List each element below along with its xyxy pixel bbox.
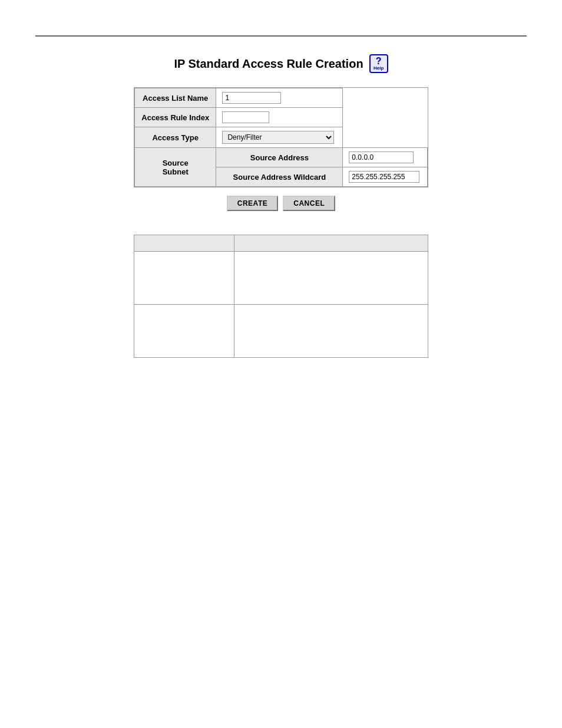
access-rule-index-input[interactable] — [222, 111, 269, 123]
form-table: Access List Name Access Rule Index Acces… — [134, 88, 428, 187]
form-container: Access List Name Access Rule Index Acces… — [134, 87, 428, 187]
create-button[interactable]: CREATE — [227, 196, 278, 211]
lower-table-container — [134, 235, 428, 358]
lower-table-row2-col2 — [234, 305, 428, 358]
page-title: IP Standard Access Rule Creation — [174, 57, 363, 71]
lower-table-col2-header — [234, 235, 428, 252]
help-icon-symbol: ? — [376, 57, 382, 66]
lower-table-row1-col1 — [134, 252, 234, 305]
source-address-wildcard-value-cell — [343, 167, 428, 187]
access-type-select[interactable]: Deny/Filter Permit/Accept — [222, 131, 334, 144]
access-rule-index-label: Access Rule Index — [135, 108, 216, 127]
content-area: IP Standard Access Rule Creation ? Help … — [0, 37, 562, 381]
source-address-label: Source Address — [216, 148, 343, 167]
cancel-button[interactable]: CANCEL — [283, 196, 335, 211]
source-subnet-label: SourceSubnet — [135, 148, 216, 187]
access-list-name-input[interactable] — [222, 92, 281, 104]
lower-table-row1-col2 — [234, 252, 428, 305]
access-type-value-cell: Deny/Filter Permit/Accept — [216, 127, 343, 148]
lower-table-row2-col1 — [134, 305, 234, 358]
help-icon-label: Help — [373, 66, 384, 71]
access-list-name-row: Access List Name — [135, 88, 428, 108]
page-wrapper: IP Standard Access Rule Creation ? Help … — [0, 35, 562, 728]
button-row: CREATE CANCEL — [35, 196, 527, 211]
title-row: IP Standard Access Rule Creation ? Help — [35, 54, 527, 73]
source-address-input[interactable] — [349, 151, 414, 163]
lower-table-row-2 — [134, 305, 428, 358]
source-address-wildcard-input[interactable] — [349, 171, 419, 183]
lower-table-col1-header — [134, 235, 234, 252]
lower-table-header-row — [134, 235, 428, 252]
lower-table — [134, 235, 428, 358]
access-rule-index-row: Access Rule Index — [135, 108, 428, 127]
source-address-value-cell — [343, 148, 428, 167]
access-list-name-value-cell — [216, 88, 343, 108]
lower-table-row-1 — [134, 252, 428, 305]
source-address-row: SourceSubnet Source Address — [135, 148, 428, 167]
access-list-name-label: Access List Name — [135, 88, 216, 108]
source-address-wildcard-label: Source Address Wildcard — [216, 167, 343, 187]
help-icon[interactable]: ? Help — [369, 54, 388, 73]
access-type-row: Access Type Deny/Filter Permit/Accept — [135, 127, 428, 148]
access-rule-index-value-cell — [216, 108, 343, 127]
access-type-label: Access Type — [135, 127, 216, 148]
